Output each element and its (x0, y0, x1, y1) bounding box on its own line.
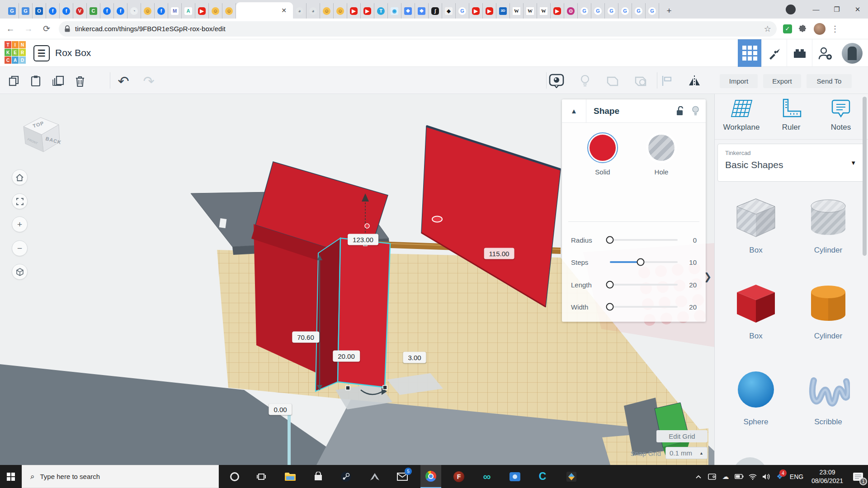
pinned-tab[interactable]: ⊙ (564, 3, 578, 19)
brick-export-button[interactable] (787, 39, 812, 67)
taskbar-app-explorer[interactable] (280, 465, 301, 488)
pinned-tab[interactable]: ▶ (347, 3, 361, 19)
panel-collapse-button[interactable]: ▲ (562, 99, 586, 123)
reload-button[interactable]: ⟳ (39, 21, 54, 37)
edit-grid-button[interactable]: Edit Grid (656, 430, 708, 442)
browser-menu-icon[interactable]: ⋮ (831, 24, 839, 34)
minecraft-export-button[interactable] (761, 39, 787, 67)
dimension-badge[interactable]: 123.00 (348, 234, 378, 245)
taskbar-app-utility[interactable] (561, 465, 582, 488)
pinned-tab[interactable]: ▶ (469, 3, 483, 19)
adblock-extension-icon[interactable]: ✓ (783, 24, 792, 33)
notes-tool[interactable]: Notes (816, 99, 866, 132)
pinned-tab[interactable]: G (618, 3, 632, 19)
taskbar-clock[interactable]: 23:09 08/06/2021 (807, 468, 848, 484)
hole-material-option[interactable]: Hole (634, 135, 689, 176)
pinned-tab[interactable]: W (510, 3, 524, 19)
taskbar-app-store[interactable] (308, 465, 329, 488)
pinned-tab[interactable]: ☺ (334, 3, 347, 19)
3d-design-mode-button[interactable] (738, 39, 761, 67)
share-invite-button[interactable] (812, 39, 837, 67)
taskbar-app-infinity[interactable]: ∞ (476, 465, 497, 488)
new-tab-button[interactable]: + (663, 5, 675, 17)
pinned-tab[interactable]: f (60, 3, 73, 19)
paste-button[interactable] (28, 73, 43, 89)
tray-chevron-icon[interactable] (692, 465, 705, 488)
pinned-tab[interactable]: G (591, 3, 605, 19)
home-view-button[interactable] (12, 169, 28, 185)
back-button[interactable]: ← (3, 21, 18, 37)
taskbar-search[interactable]: ⌕ Type here to search (22, 465, 219, 488)
user-avatar[interactable] (842, 43, 863, 64)
pinned-tab[interactable]: ◕ (293, 3, 307, 19)
bookmark-star-icon[interactable]: ☆ (764, 24, 771, 34)
pinned-tab[interactable]: ◉ (388, 3, 401, 19)
pinned-tab[interactable]: 3D (496, 3, 510, 19)
corner-handle[interactable] (346, 386, 350, 390)
red-handle[interactable] (432, 216, 442, 222)
volume-icon[interactable] (760, 465, 773, 488)
taskbar-app-edge[interactable]: C (532, 465, 553, 488)
browser-profile-avatar[interactable] (814, 23, 826, 35)
tab-close-icon[interactable]: ✕ (279, 6, 288, 15)
view-cube[interactable]: TOP BACK FRONT (17, 112, 64, 155)
pinned-tab[interactable]: ◆ (442, 3, 456, 19)
action-center-button[interactable]: 1 (848, 465, 868, 488)
pinned-tab[interactable]: C (87, 3, 100, 19)
pinned-tab[interactable]: G (632, 3, 646, 19)
taskbar-app-steam[interactable] (335, 465, 356, 488)
taskbar-app-cortana[interactable] (224, 465, 245, 488)
design-menu-button[interactable]: ☰ (33, 45, 50, 61)
visibility-bulb-button[interactable] (688, 106, 703, 116)
pinned-tab[interactable]: G (5, 3, 19, 19)
active-tab[interactable]: ✕ (236, 2, 293, 19)
pinned-tab[interactable]: T (374, 3, 388, 19)
window-maximize-button[interactable]: ❐ (826, 0, 847, 19)
url-text[interactable]: tinkercad.com/things/9FBOR1eSGpR-rox-box… (75, 25, 764, 33)
pinned-tab[interactable]: ❖ (401, 3, 415, 19)
material-light-button[interactable] (577, 73, 593, 89)
copy-button[interactable] (6, 73, 22, 89)
dimension-badge[interactable]: 70.60 (292, 332, 319, 343)
shape-collection-dropdown[interactable]: Tinkercad Basic Shapes ▼ (717, 144, 865, 182)
titlebar-extension-icon[interactable] (786, 5, 796, 14)
shape-item-hole-box[interactable]: Box (722, 195, 790, 255)
forward-button[interactable]: → (21, 21, 36, 37)
omnibox[interactable]: tinkercad.com/things/9FBOR1eSGpR-rox-box… (59, 21, 777, 37)
shape-item-scribble[interactable]: Scribble (794, 367, 862, 427)
import-button[interactable]: Import (720, 74, 758, 88)
onedrive-cloud-icon[interactable]: ☁ (719, 465, 732, 488)
tray-screen-icon[interactable] (705, 465, 719, 488)
selected-shape-front[interactable] (338, 238, 390, 387)
undo-button[interactable]: ↶ (116, 73, 131, 89)
width-slider[interactable] (610, 306, 678, 308)
dimension-badge[interactable]: 20.00 (333, 351, 360, 362)
delete-button[interactable] (72, 73, 88, 89)
send-to-button[interactable]: Send To (807, 74, 852, 88)
pinned-tab[interactable]: W (537, 3, 551, 19)
length-slider[interactable] (610, 284, 678, 286)
dimension-badge[interactable]: 115.00 (484, 248, 514, 259)
pinned-tab[interactable]: f (114, 3, 127, 19)
pinned-tab[interactable]: ❖ (415, 3, 429, 19)
taskbar-app-mail[interactable]: 5 (392, 465, 413, 488)
dimension-badge[interactable]: 3.00 (403, 352, 426, 363)
pinned-tab[interactable]: ☺ (320, 3, 334, 19)
design-title[interactable]: Rox Box (55, 47, 91, 58)
task-view-button[interactable] (251, 465, 272, 488)
align-button[interactable] (660, 73, 675, 89)
taskbar-app-chrome[interactable] (420, 465, 441, 488)
taskbar-app-camera[interactable] (505, 465, 525, 488)
radius-slider[interactable] (610, 239, 678, 241)
shape-item-partial[interactable] (733, 457, 767, 465)
pinned-tab[interactable]: G (19, 3, 33, 19)
pinned-tab[interactable]: ∫ (429, 3, 442, 19)
ruler-tool[interactable]: Ruler (766, 99, 816, 132)
pinned-tab[interactable]: ☺ (222, 3, 236, 19)
shape-item-sphere[interactable]: Sphere (722, 367, 790, 427)
duplicate-button[interactable] (51, 73, 66, 89)
lock-button[interactable] (672, 106, 688, 116)
shape-item-box[interactable]: Box (722, 281, 790, 341)
ungroup-button[interactable] (633, 73, 648, 89)
pinned-tab[interactable]: W (524, 3, 537, 19)
